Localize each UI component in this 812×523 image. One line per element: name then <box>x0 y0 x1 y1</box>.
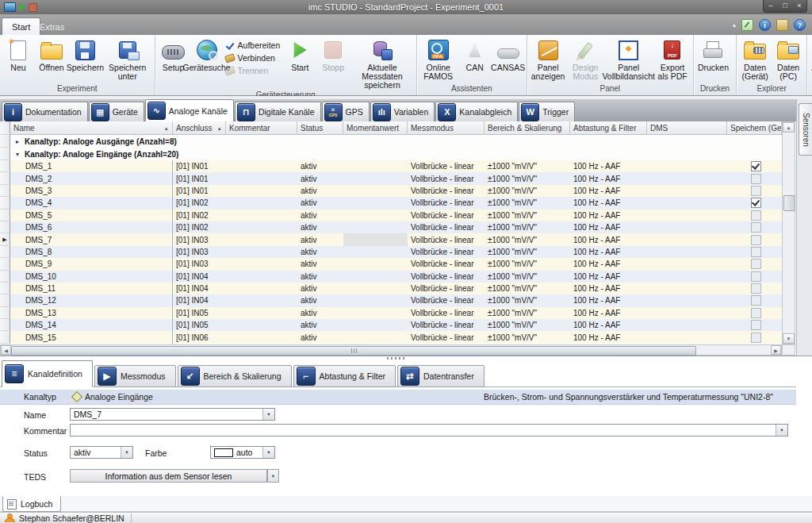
chevron-down-icon[interactable]: ▾ <box>262 409 274 420</box>
group-row[interactable]: ▸Kanaltyp: Analoge Ausgänge (Anzahl=8) <box>0 135 782 148</box>
speichern-checkbox[interactable] <box>751 222 761 233</box>
tab-analoge-kan-le[interactable]: ∿Analoge Kanäle <box>145 99 234 121</box>
farbe-combobox[interactable]: auto ▾ <box>210 446 275 459</box>
info-icon[interactable]: i <box>759 19 771 31</box>
tab-variablen[interactable]: ılıVariablen <box>370 102 435 121</box>
speichern-checkbox[interactable] <box>751 295 761 306</box>
column-header-kommentar[interactable]: Kommentar <box>226 121 297 135</box>
splitter-grip[interactable] <box>387 357 404 360</box>
table-row-dms-15[interactable]: DMS_15[01] IN06aktivVollbrücke - linear±… <box>0 331 782 343</box>
ribbon-button-aktuelle-messdaten-speichern[interactable]: Aktuelle Messdaten speichern <box>350 37 414 90</box>
table-row-dms-1[interactable]: DMS_1[01] IN01aktivVollbrücke - linear±1… <box>0 160 782 172</box>
table-row-dms-11[interactable]: DMS_11[01] IN04aktivVollbrücke - linear±… <box>0 283 782 294</box>
tab-trigger[interactable]: WTrigger <box>519 102 575 121</box>
ribbon-button-online-famos[interactable]: Online FAMOS <box>419 37 458 82</box>
ribbon-button-neu[interactable]: Neu <box>2 37 35 73</box>
name-combobox[interactable]: DMS_7 ▾ <box>70 408 275 421</box>
detail-tab-kanaldefinition[interactable]: ≡Kanaldefinition <box>2 360 93 387</box>
speichern-checkbox[interactable] <box>751 259 761 269</box>
chevron-down-icon[interactable]: ▾ <box>121 447 132 458</box>
speichern-checkbox[interactable] <box>751 210 761 221</box>
kommentar-combobox[interactable]: ▾ <box>70 424 788 436</box>
scroll-left-button[interactable]: ◀ <box>1 345 11 355</box>
ribbon-button-auswahl[interactable]: Auswahl <box>809 37 812 73</box>
ribbon-button-ffnen[interactable]: Öffnen <box>35 37 68 73</box>
table-row-dms-5[interactable]: DMS_5[01] IN02aktivVollbrücke - linear±1… <box>0 210 782 221</box>
table-row-dms-4[interactable]: DMS_4[01] IN02aktivVollbrücke - linear±1… <box>0 197 782 209</box>
scroll-right-button[interactable]: ▶ <box>771 345 781 355</box>
vertical-scrollbar[interactable]: ▲▼ <box>782 121 795 344</box>
collapse-ribbon-icon[interactable]: ▴ <box>733 21 736 29</box>
close-button[interactable]: × <box>792 0 806 12</box>
maximize-button[interactable]: □ <box>778 0 792 12</box>
tab-dokumentation[interactable]: iDokumentation <box>2 102 88 121</box>
speichern-checkbox[interactable] <box>751 247 761 257</box>
tab-logbuch[interactable]: Logbuch <box>2 496 61 512</box>
speichern-checkbox[interactable] <box>751 333 761 343</box>
speichern-checkbox[interactable] <box>751 198 761 208</box>
column-header-status[interactable]: Status <box>297 121 343 135</box>
ribbon-button-cansas[interactable]: CANSAS <box>492 37 525 73</box>
column-header-abtastung-filter[interactable]: Abtastung & Filter <box>570 121 647 135</box>
minimize-button[interactable]: – <box>764 0 778 12</box>
ribbon-button-start[interactable]: Start <box>283 37 316 73</box>
table-row-dms-9[interactable]: DMS_9[01] IN03aktivVollbrücke - linear±1… <box>0 258 782 270</box>
edit-icon[interactable] <box>741 19 753 31</box>
ribbon-button-drucken[interactable]: Drucken <box>695 37 731 73</box>
detail-tab-bereich-skalierung[interactable]: ↙Bereich & Skalierung <box>178 365 292 387</box>
column-header-anschluss[interactable]: Anschluss▲ <box>173 121 226 135</box>
teds-read-sensor-button[interactable]: Information aus dem Sensor lesen <box>70 469 267 483</box>
tab-kanalabgleich[interactable]: XKanalabgleich <box>435 102 518 121</box>
chevron-down-icon[interactable]: ▾ <box>262 447 274 458</box>
speichern-checkbox[interactable] <box>751 308 761 318</box>
speichern-checkbox[interactable] <box>751 271 761 282</box>
table-row-dms-14[interactable]: DMS_14[01] IN05aktivVollbrücke - linear±… <box>0 319 782 331</box>
ribbon-button-daten-ger-t[interactable]: Daten (Gerät) <box>738 37 772 82</box>
table-row-dms-13[interactable]: DMS_13[01] IN05aktivVollbrücke - linear±… <box>0 307 782 319</box>
scroll-up-button[interactable]: ▲ <box>783 122 795 133</box>
horizontal-scrollbar[interactable]: ◀▶ <box>0 344 782 356</box>
speichern-checkbox[interactable] <box>751 283 761 294</box>
collapse-group-icon[interactable]: ▾ <box>16 151 19 158</box>
group-row[interactable]: ▾Kanaltyp: Analoge Eingänge (Anzahl=20) <box>0 148 782 160</box>
tab-ger-te[interactable]: ▦Geräte <box>89 102 144 121</box>
ribbon-tab-extras[interactable]: Extras <box>30 18 74 35</box>
ribbon-button-daten-pc[interactable]: Daten (PC) <box>772 37 805 82</box>
teds-dropdown-button[interactable]: ▾ <box>267 469 279 483</box>
detail-tab-datentransfer[interactable]: ⇄Datentransfer <box>397 365 485 387</box>
detail-tab-abtastung-filter[interactable]: ⌐Abtastung & Filter <box>293 365 396 387</box>
ribbon-button-export-als-pdf[interactable]: Export als PDF <box>653 37 691 82</box>
table-row-dms-10[interactable]: DMS_10[01] IN04aktivVollbrücke - linear±… <box>0 271 782 283</box>
speichern-checkbox[interactable] <box>751 186 761 196</box>
expand-group-icon[interactable]: ▸ <box>16 138 19 145</box>
table-row-dms-12[interactable]: DMS_12[01] IN04aktivVollbrücke - linear±… <box>0 294 782 306</box>
column-header-momentanwert[interactable]: Momentanwert <box>343 121 408 135</box>
ribbon-button-speichern-unter[interactable]: Speichern unter <box>102 37 153 82</box>
vertical-scroll-thumb[interactable] <box>783 195 795 211</box>
table-row-dms-2[interactable]: DMS_2[01] IN01aktivVollbrücke - linear±1… <box>0 172 782 184</box>
tab-gps[interactable]: ≈GPSGPS <box>322 102 370 121</box>
ribbon-button-speichern[interactable]: Speichern <box>68 37 102 73</box>
column-header-bereich-skalierung[interactable]: Bereich & Skalierung <box>485 121 570 135</box>
column-header-dms[interactable]: DMS <box>647 121 727 135</box>
ribbon-button-aufbereiten[interactable]: Aufbereiten <box>225 40 281 50</box>
help-icon[interactable]: ? <box>794 19 806 31</box>
speichern-checkbox[interactable] <box>751 161 761 171</box>
speichern-checkbox[interactable] <box>751 235 761 245</box>
table-row-dms-8[interactable]: DMS_8[01] IN03aktivVollbrücke - linear±1… <box>0 246 782 258</box>
chevron-down-icon[interactable]: ▾ <box>776 425 787 436</box>
detail-tab-messmodus[interactable]: ▶Messmodus <box>94 365 176 387</box>
ribbon-button-verbinden[interactable]: Verbinden <box>225 52 281 63</box>
table-row-dms-6[interactable]: DMS_6[01] IN02aktivVollbrücke - linear±1… <box>0 221 782 233</box>
scroll-down-button[interactable]: ▼ <box>783 333 795 344</box>
column-header-name[interactable]: Name▲ <box>10 121 173 135</box>
tab-digitale-kan-le[interactable]: ⊓Digitale Kanäle <box>235 102 321 121</box>
ribbon-button-can[interactable]: CAN <box>458 37 492 73</box>
ribbon-button-ger-tesuche[interactable]: Gerätesuche <box>190 37 224 73</box>
column-header-messmodus[interactable]: Messmodus <box>408 121 485 135</box>
ribbon-button-panel-vollbildansicht[interactable]: Panel Vollbildansicht <box>603 37 653 82</box>
table-row-dms-7[interactable]: ▶DMS_7[01] IN03aktivVollbrücke - linear±… <box>0 233 782 245</box>
permissions-icon[interactable] <box>776 19 788 31</box>
horizontal-scroll-thumb[interactable] <box>11 346 696 356</box>
tab-sensoren[interactable]: Sensoren <box>799 103 812 156</box>
